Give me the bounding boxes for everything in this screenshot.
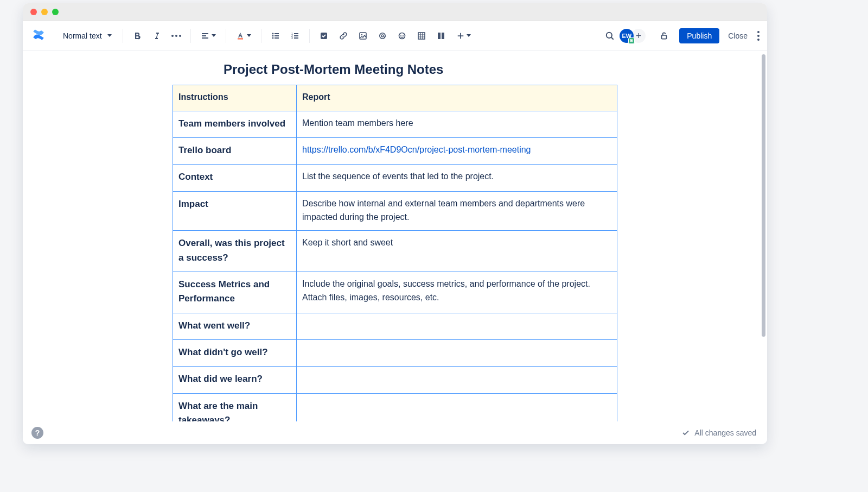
svg-point-17 [381,35,384,37]
table-button[interactable] [413,27,430,45]
row-content-cell[interactable]: List the sequence of events that led to … [297,165,617,191]
row-label-cell[interactable]: Trello board [173,138,297,165]
bullet-list-button[interactable] [267,27,284,45]
row-content-cell[interactable] [297,313,617,339]
chevron-down-icon [247,34,251,37]
text-style-label: Normal text [63,31,102,40]
toolbar-separator [261,29,261,43]
row-content-cell[interactable] [297,393,617,421]
action-item-button[interactable] [315,27,333,45]
editor-canvas-scroll[interactable]: Project Post-Mortem Meeting Notes Instru… [23,51,767,421]
editor-toolbar: Normal text [23,21,767,51]
app-window: Normal text [23,3,767,444]
toolbar-separator [226,29,226,43]
row-content-cell[interactable]: Include the original goals, success metr… [297,272,617,313]
trello-board-link[interactable]: https://trello.com/b/xF4D9Ocn/project-po… [302,145,531,154]
user-avatar[interactable]: EW E [620,29,634,43]
text-color-dropdown[interactable] [232,27,256,45]
window-maximize-dot[interactable] [52,9,59,15]
page-title[interactable]: Project Post-Mortem Meeting Notes [173,62,617,85]
table-row[interactable]: Team members involvedMention team member… [173,111,617,137]
table-row[interactable]: What are the main takeaways? [173,393,617,421]
table-header-row[interactable]: Instructions Report [173,85,617,111]
numbered-list-button[interactable]: 123 [286,27,304,45]
table-row[interactable]: What went well? [173,313,617,339]
bold-button[interactable] [129,27,146,45]
row-label-cell[interactable]: What went well? [173,313,297,339]
more-actions-button[interactable] [755,31,762,41]
svg-rect-25 [662,35,667,39]
scrollbar-thumb[interactable] [762,54,765,337]
mention-button[interactable] [374,27,391,45]
table-row[interactable]: What didn't go well? [173,340,617,367]
editor-canvas[interactable]: Project Post-Mortem Meeting Notes Instru… [173,51,617,421]
row-content-cell[interactable] [297,367,617,393]
svg-point-3 [272,35,273,36]
svg-rect-23 [442,33,444,39]
help-button[interactable]: ? [31,427,43,439]
row-content-cell[interactable]: https://trello.com/b/xF4D9Ocn/project-po… [297,138,617,165]
table-row[interactable]: Overall, was this project a success?Keep… [173,231,617,272]
post-mortem-table[interactable]: Instructions Report Team members involve… [173,85,617,421]
image-button[interactable] [354,27,372,45]
svg-rect-22 [438,33,441,39]
svg-point-24 [607,32,612,37]
layouts-button[interactable] [432,27,450,45]
close-button[interactable]: Close [723,28,753,43]
row-label-cell[interactable]: Team members involved [173,111,297,137]
row-label: Success Metrics and Performance [178,277,291,306]
text-style-dropdown[interactable]: Normal text [59,29,116,42]
close-label: Close [728,31,748,40]
row-label-cell[interactable]: Overall, was this project a success? [173,231,297,272]
svg-rect-6 [275,37,279,39]
insert-dropdown[interactable] [452,27,476,45]
find-replace-button[interactable] [601,27,618,45]
table-row[interactable]: What did we learn? [173,367,617,393]
table-row[interactable]: ImpactDescribe how internal and external… [173,191,617,231]
svg-point-19 [400,35,401,36]
table-header-instructions[interactable]: Instructions [173,85,297,111]
chevron-down-icon [107,34,112,37]
chevron-down-icon [467,34,471,37]
row-content-cell[interactable] [297,340,617,367]
svg-point-20 [403,35,404,36]
svg-point-15 [361,34,362,35]
row-label-cell[interactable]: Impact [173,191,297,231]
svg-rect-12 [294,37,298,39]
window-close-dot[interactable] [30,9,37,15]
mac-titlebar [23,3,767,21]
link-button[interactable] [335,27,352,45]
row-label-cell[interactable]: Success Metrics and Performance [173,272,297,313]
row-label-cell[interactable]: What are the main takeaways? [173,393,297,421]
emoji-button[interactable] [393,27,411,45]
row-content-cell[interactable]: Describe how internal and external team … [297,191,617,231]
row-label: Team members involved [178,117,291,131]
plus-icon: + [636,31,642,41]
italic-button[interactable] [148,27,165,45]
alignment-dropdown[interactable] [196,27,220,45]
row-label-cell[interactable]: What did we learn? [173,367,297,393]
table-row[interactable]: Trello boardhttps://trello.com/b/xF4D9Oc… [173,138,617,165]
row-label: Trello board [178,143,291,157]
publish-label: Publish [687,31,712,40]
restrictions-button[interactable] [655,27,673,45]
row-label: What went well? [178,319,291,333]
ellipsis-icon [171,35,181,37]
publish-button[interactable]: Publish [679,28,719,43]
svg-rect-8 [294,33,298,34]
row-content-cell[interactable]: Mention team members here [297,111,617,137]
save-status-text: All changes saved [694,428,756,437]
row-content-cell[interactable]: Keep it short and sweet [297,231,617,272]
avatar-status-badge: E [628,37,635,44]
chevron-down-icon [212,34,216,37]
row-label: Context [178,170,291,184]
table-row[interactable]: ContextList the sequence of events that … [173,165,617,191]
row-label-cell[interactable]: Context [173,165,297,191]
table-header-report[interactable]: Report [297,85,617,111]
window-minimize-dot[interactable] [41,9,48,15]
more-formatting-button[interactable] [168,27,185,45]
svg-point-18 [399,33,405,39]
table-row[interactable]: Success Metrics and PerformanceInclude t… [173,272,617,313]
row-label-cell[interactable]: What didn't go well? [173,340,297,367]
row-content: List the sequence of events that led to … [302,170,611,184]
